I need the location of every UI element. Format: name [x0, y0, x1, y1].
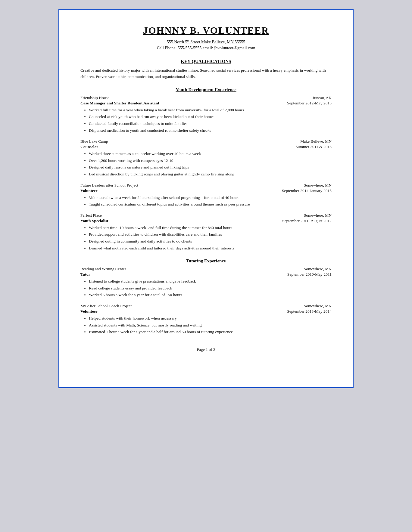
- resume-page: JOHNNY B. VOLUNTEER 555 North 5th Street…: [58, 9, 354, 388]
- bullet-item: Learned what motivated each child and ta…: [89, 245, 332, 252]
- job-location: Somewhere, MN: [304, 183, 332, 188]
- job-org: Reading and Writing Center: [80, 267, 126, 271]
- job-dates: September 2014-January 2015: [282, 188, 332, 193]
- bullet-item: Led musical direction by picking songs a…: [89, 171, 332, 178]
- job-bullets: Helped students with their homework when…: [89, 315, 332, 335]
- job-location: Juneau, AK: [313, 95, 332, 100]
- bullet-item: Taught scheduled curriculum on different…: [89, 201, 332, 208]
- candidate-name: JOHNNY B. VOLUNTEER: [80, 25, 332, 36]
- job-bullets: Worked three summers as a counselor work…: [89, 150, 332, 177]
- job-title: Case Manager and Shelter Resident Assist…: [80, 101, 159, 106]
- job-bullets: Worked full time for a year when taking …: [89, 107, 332, 134]
- job-title: Volunteer: [80, 309, 98, 314]
- bullet-item: Over 1,200 hours working with campers ag…: [89, 157, 332, 164]
- bullet-item: Read college students essay and provided…: [89, 285, 332, 292]
- youth-development-title: Youth Development Experience: [80, 87, 332, 92]
- key-qualifications-title: KEY QUALIFICATIONS: [80, 59, 332, 64]
- job-block-reading-writing: Reading and Writing Center Somewhere, MN…: [80, 267, 332, 298]
- bullet-item: Listened to college students give presen…: [89, 278, 332, 285]
- job-bullets: Volunteered twice a week for 2 hours doi…: [89, 194, 332, 208]
- job-location: Make Believe, MN: [300, 139, 332, 144]
- job-title: Youth Specialist: [80, 218, 108, 223]
- page-number: Page 1 of 2: [80, 347, 332, 352]
- job-dates: Summer 2011 & 2013: [295, 144, 332, 149]
- bullet-item: Assisted students with Math, Science, bu…: [89, 322, 332, 329]
- job-title: Volunteer: [80, 188, 98, 193]
- job-block-perfect-place: Perfect Place Somewhere, MN Youth Specia…: [80, 213, 332, 251]
- job-org: Blue Lake Camp: [80, 139, 108, 144]
- job-title: Counselor: [80, 144, 98, 149]
- job-dates: September 2012-May 2013: [287, 101, 332, 106]
- job-block-blue-lake-camp: Blue Lake Camp Make Believe, MN Counselo…: [80, 139, 332, 177]
- job-org: My After School Coach Project: [80, 304, 132, 308]
- job-dates: September 2010-May 2011: [287, 272, 332, 277]
- bullet-item: Worked 5 hours a week for a year for a t…: [89, 292, 332, 298]
- bullet-item: Helped students with their homework when…: [89, 315, 332, 322]
- job-org: Perfect Place: [80, 213, 102, 218]
- tutoring-title: Tutoring Experience: [80, 258, 332, 264]
- resume-header: JOHNNY B. VOLUNTEER 555 North 5th Street…: [80, 25, 332, 51]
- job-org: Friendship House: [80, 95, 109, 100]
- job-location: Somewhere, MN: [304, 213, 332, 218]
- job-title: Tutor: [80, 272, 90, 277]
- bullet-item: Conducted family reconciliation techniqu…: [89, 120, 332, 127]
- bullet-item: Worked part time -10 hours a week- and f…: [89, 224, 332, 231]
- job-location: Somewhere, MN: [304, 267, 332, 271]
- job-org: Future Leaders after School Project: [80, 183, 138, 188]
- key-qualifications-text: Creative and dedicated history major wit…: [80, 67, 332, 80]
- job-block-future-leaders: Future Leaders after School Project Some…: [80, 183, 332, 208]
- bullet-item: Designed daily lessons on nature and pla…: [89, 164, 332, 171]
- job-dates: September 2011- August 2012: [282, 218, 332, 223]
- candidate-address: 555 North 5th Street Make Believe, MN 55…: [80, 39, 332, 45]
- candidate-contact: Cell Phone: 555-555-5555 email: jbvolunt…: [80, 46, 332, 51]
- bullet-item: Designed outing in community and daily a…: [89, 238, 332, 245]
- job-bullets: Worked part time -10 hours a week- and f…: [89, 224, 332, 251]
- job-block-after-school-coach: My After School Coach Project Somewhere,…: [80, 304, 332, 335]
- bullet-item: Volunteered twice a week for 2 hours doi…: [89, 194, 332, 201]
- bullet-item: Estimated 1 hour a week for a year and a…: [89, 329, 332, 335]
- bullet-item: Dispensed medication to youth and conduc…: [89, 127, 332, 134]
- job-location: Somewhere, MN: [304, 304, 332, 308]
- bullet-item: Counseled at-risk youth who had run away…: [89, 113, 332, 120]
- job-block-friendship-house: Friendship House Juneau, AK Case Manager…: [80, 95, 332, 134]
- job-bullets: Listened to college students give presen…: [89, 278, 332, 298]
- bullet-item: Provided support and activities to child…: [89, 231, 332, 238]
- job-dates: September 2013-May 2014: [287, 309, 332, 314]
- bullet-item: Worked full time for a year when taking …: [89, 107, 332, 113]
- bullet-item: Worked three summers as a counselor work…: [89, 150, 332, 157]
